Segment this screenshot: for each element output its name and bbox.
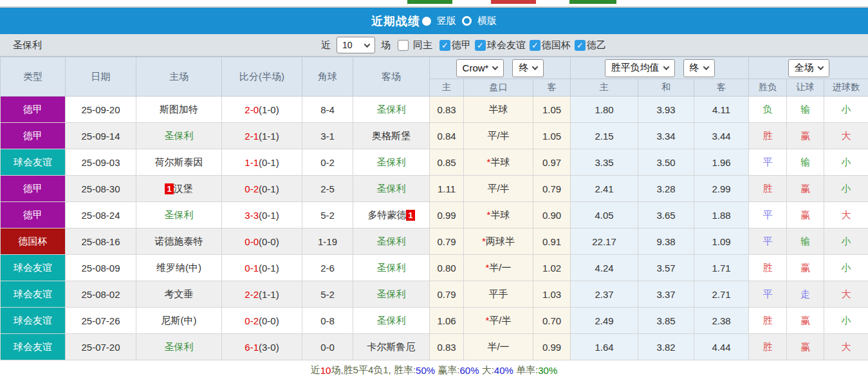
league-label[interactable]: 德甲 — [452, 39, 471, 51]
away-team-cell: 圣保利 — [353, 308, 430, 334]
odds-home-cell: 0.79 — [430, 228, 464, 255]
table-row: 球会友谊 25-07-26 尼斯(中) 0-2(0-0) 0-8 圣保利 1.0… — [1, 308, 868, 334]
league-label[interactable]: 德乙 — [587, 39, 606, 51]
top-tab-fragment[interactable] — [491, 0, 536, 4]
away-team-cell: 圣保利 — [353, 255, 430, 281]
home-team-cell: 圣保利 — [136, 123, 222, 149]
date-cell: 25-09-03 — [66, 149, 136, 176]
type-cell: 德国杯 — [1, 228, 66, 255]
same-home-label[interactable]: 同主 — [413, 39, 432, 51]
score-cell: 0-1(0-1) — [222, 255, 302, 281]
type-cell: 球会友谊 — [1, 281, 66, 308]
away-team-name: 圣保利 — [377, 236, 406, 246]
horizontal-layout-label[interactable]: 横版 — [477, 15, 497, 27]
handicap-cell: 半球 — [464, 97, 533, 123]
scope-dropdown[interactable]: 全场 — [788, 59, 829, 77]
away-team-name: 圣保利 — [377, 183, 406, 194]
result-outcome-cell: 胜 — [749, 308, 787, 334]
score-cell: 0-2(0-0) — [222, 308, 302, 334]
score-cell: 3-3(0-1) — [222, 202, 302, 228]
type-cell: 球会友谊 — [1, 255, 66, 281]
handicap-name: 半/一 — [487, 341, 509, 352]
top-tabs-cutoff-strip — [0, 0, 868, 8]
avg-home-cell: 2.15 — [571, 123, 638, 149]
halftime-score: (1-0) — [259, 104, 279, 115]
score-cell: 0-0(0-0) — [222, 228, 302, 255]
home-team-cell: 1汉堡 — [136, 176, 222, 202]
avg-stage-dropdown[interactable]: 终 — [683, 59, 715, 77]
col-header-away: 客场 — [353, 57, 430, 97]
league-checkbox[interactable]: ✓ — [575, 40, 586, 51]
corner-cell: 0-2 — [302, 149, 353, 176]
avg-away-cell: 1.96 — [694, 149, 749, 176]
same-home-checkbox[interactable] — [398, 40, 409, 51]
vertical-layout-radio[interactable] — [422, 17, 431, 26]
league-checkbox[interactable]: ✓ — [530, 40, 540, 51]
table-row: 德甲 25-09-20 斯图加特 2-0(1-0) 8-4 圣保利 0.83 半… — [1, 97, 868, 123]
avg-dropdowns-cell: 胜平负均值 终 — [571, 57, 749, 79]
league-label[interactable]: 球会友谊 — [487, 39, 526, 51]
col-header-corner: 角球 — [302, 57, 353, 97]
near-label: 近 — [321, 39, 331, 51]
league-label[interactable]: 德国杯 — [542, 39, 571, 51]
table-row: 球会友谊 25-07-20 圣保利 6-1(3-0) 0-0 卡尔斯鲁厄 0.8… — [1, 334, 868, 360]
odds-away-cell: 1.05 — [533, 123, 571, 149]
odds-away-cell: 0.97 — [533, 149, 571, 176]
chevron-down-icon — [817, 64, 824, 70]
fulltime-score: 2-2 — [245, 289, 259, 300]
home-team-name: 圣保利 — [165, 130, 194, 141]
result-outcome-cell: 负 — [749, 97, 787, 123]
stat-segment: 60% — [459, 365, 479, 376]
result-goals-cell: 小 — [824, 149, 868, 176]
fulltime-score: 0-2 — [245, 315, 259, 326]
vertical-layout-label[interactable]: 竖版 — [437, 15, 456, 27]
odds-stage-dropdown[interactable]: 终 — [512, 59, 544, 77]
league-checkbox[interactable]: ✓ — [439, 40, 450, 51]
odds-home-cell: 0.83 — [430, 97, 464, 123]
odds-home-cell: 0.83 — [430, 334, 464, 360]
stat-segment: 场,胜5平4负1, — [331, 364, 394, 376]
avg-draw-cell: 3.28 — [638, 176, 694, 202]
horizontal-layout-radio[interactable] — [462, 16, 472, 26]
avg-type-dropdown[interactable]: 胜平负均值 — [605, 59, 675, 77]
odds-home-cell: 0.99 — [430, 202, 464, 228]
sub-header-odds-home: 主 — [430, 79, 464, 97]
handicap-cell: *半球 — [464, 202, 533, 228]
recent-results-panel: 近期战绩 竖版 横版 圣保利 近 10 场 同主 ✓德甲✓球会友谊✓德国杯✓德乙 — [0, 0, 868, 381]
stat-segment: 近 — [311, 364, 320, 376]
top-tab-fragment[interactable] — [569, 0, 616, 4]
away-team-cell: 圣保利 — [353, 228, 430, 255]
chevron-down-icon — [492, 64, 499, 70]
away-team-name: 圣保利 — [377, 262, 406, 273]
avg-away-cell: 2.99 — [694, 176, 749, 202]
fulltime-score: 0-2 — [245, 183, 259, 194]
match-count-select[interactable]: 10 — [337, 37, 375, 53]
away-team-name: 圣保利 — [377, 104, 406, 115]
odds-home-cell: 0.80 — [430, 255, 464, 281]
top-tab-fragment[interactable] — [407, 0, 452, 4]
fulltime-score: 1-1 — [245, 157, 259, 168]
rank-badge: 1 — [406, 210, 414, 221]
odds-away-cell: 0.70 — [533, 308, 571, 334]
home-team-cell: 考文垂 — [136, 281, 222, 308]
odds-away-cell: 1.05 — [533, 97, 571, 123]
chevron-down-icon — [703, 64, 709, 70]
unit-label: 场 — [381, 39, 391, 51]
avg-draw-cell: 3.65 — [638, 202, 694, 228]
avg-draw-cell: 3.85 — [638, 308, 694, 334]
result-goals-cell: 小 — [824, 308, 868, 334]
home-team-name: 诺德施泰特 — [155, 236, 203, 246]
league-checkbox[interactable]: ✓ — [475, 40, 486, 51]
type-cell: 球会友谊 — [1, 149, 66, 176]
away-team-cell: 奥格斯堡 — [353, 123, 430, 149]
stat-segment: 胜率: — [394, 364, 416, 376]
team-name: 圣保利 — [13, 39, 42, 51]
score-cell: 2-0(1-0) — [222, 97, 302, 123]
avg-home-cell: 22.17 — [571, 228, 638, 255]
home-team-name: 荷尔斯泰因 — [155, 156, 203, 167]
odds-company-dropdown[interactable]: Crow* — [456, 59, 504, 77]
sub-header-odds-away: 客 — [533, 79, 571, 97]
handicap-name: 半球 — [490, 156, 510, 167]
sub-header-avg-draw: 和 — [638, 79, 694, 97]
fulltime-score: 2-1 — [245, 131, 259, 142]
